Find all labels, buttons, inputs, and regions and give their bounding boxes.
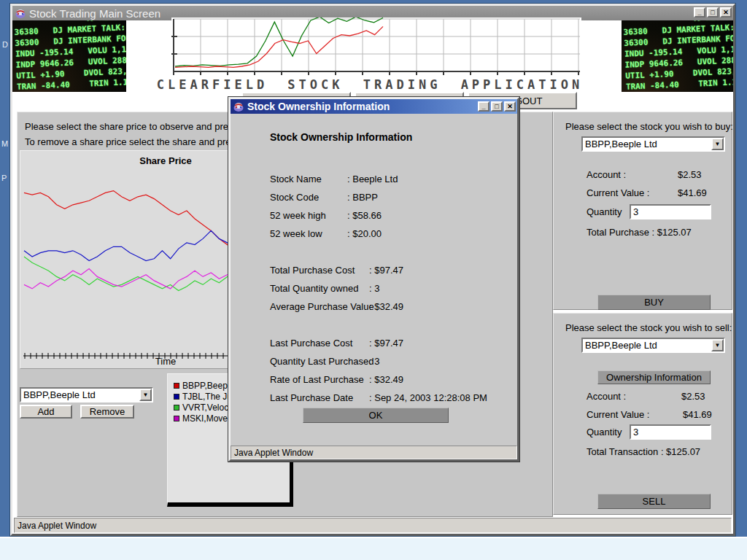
info-row: Total Quantity owned : 3 xyxy=(270,279,403,298)
buy-panel: Please select the stock you wish to buy:… xyxy=(553,112,732,310)
stock-info-group: Stock Name : Beeple Ltd Stock Code : BBP… xyxy=(270,170,398,243)
buy-quantity-input[interactable] xyxy=(630,204,711,219)
sell-panel: Please select the stock you wish to sell… xyxy=(553,313,732,515)
main-window-title: Stock Trading Main Screen xyxy=(29,7,160,20)
info-value: : Beeple Ltd xyxy=(347,174,398,184)
info-value: : 3 xyxy=(369,356,379,367)
info-value: : 3 xyxy=(369,283,379,294)
ok-button[interactable]: OK xyxy=(303,408,449,423)
info-value: : $97.47 xyxy=(369,265,403,276)
current-value: $41.69 xyxy=(678,187,707,198)
info-row: Rate of Last Purchase : $32.49 xyxy=(270,370,487,389)
minimize-button[interactable]: _ xyxy=(478,101,489,112)
stock-ticker-photo-left: 4O KEISS 36380 DJ MARKET TALK:36300 DJ I… xyxy=(12,20,126,92)
info-row: Stock Code : BBPP xyxy=(270,188,398,206)
info-label: Quantity Last Purchased xyxy=(270,356,369,367)
info-label: Average Purchase Value xyxy=(270,301,369,312)
close-button[interactable]: ✕ xyxy=(504,101,516,112)
info-row: Quantity Last Purchased : 3 xyxy=(270,352,487,370)
info-value: : $20.00 xyxy=(347,228,382,239)
desktop-text-fragment: D xyxy=(2,40,8,49)
current-value-label: Current Value : xyxy=(587,409,667,420)
info-label: Last Purchase Date xyxy=(270,392,369,403)
legend-label: MSKI,Movers xyxy=(182,413,235,424)
info-value: : $32.49 xyxy=(369,374,403,385)
sell-button[interactable]: SELL xyxy=(597,494,711,509)
info-row: Average Purchase Value : $32.49 xyxy=(270,298,403,316)
info-row: Last Purchase Date : Sep 24, 2003 12:28:… xyxy=(270,389,487,407)
info-row: Stock Name : Beeple Ltd xyxy=(270,170,398,188)
remove-button[interactable]: Remove xyxy=(80,405,134,419)
account-value: $2.53 xyxy=(681,391,705,402)
info-value: : BBPP xyxy=(347,192,378,203)
desktop: D M P Stock Trading Main Screen _ □ ✕ 4O… xyxy=(0,0,747,560)
banner-chart xyxy=(171,18,581,76)
buy-stock-combobox[interactable]: BBPP,Beeple Ltd ▼ xyxy=(581,136,725,152)
info-value: : Sep 24, 2003 12:28:08 PM xyxy=(369,392,487,403)
legend-color-swatch xyxy=(174,405,179,411)
maximize-button[interactable]: □ xyxy=(707,7,719,18)
legend-label: VVRT,Velocit xyxy=(182,402,233,413)
legend-color-swatch xyxy=(174,394,179,400)
ticker-lines: 36380 DJ MARKET TALK:36300 DJ INTERBANK … xyxy=(14,22,126,92)
info-label: Total Quantity owned xyxy=(270,283,369,294)
legend-label: TJBL,The Jul xyxy=(182,392,234,402)
info-row: 52 week low : $20.00 xyxy=(270,225,398,243)
combobox-value: BBPP,Beeple Ltd xyxy=(583,340,711,351)
totals-group: Total Purchase Cost : $97.47 Total Quant… xyxy=(270,261,403,316)
share-select-combobox[interactable]: BBPP,Beeple Ltd ▼ xyxy=(20,387,153,402)
chevron-down-icon[interactable]: ▼ xyxy=(139,389,152,401)
dialog-titlebar[interactable]: Stock Ownership Information _ □ ✕ xyxy=(231,99,517,114)
combobox-value: BBPP,Beeple Ltd xyxy=(583,139,711,149)
info-label: Last Purchase Cost xyxy=(270,338,369,349)
info-label: 52 week low xyxy=(270,228,347,239)
close-button[interactable]: ✕ xyxy=(720,7,732,18)
sell-stock-combobox[interactable]: BBPP,Beeple Ltd ▼ xyxy=(581,338,725,353)
info-label: Stock Code xyxy=(270,192,347,203)
stock-ticker-photo-right: 4O KEISS 36380 DJ MARKET TALK:36300 DJ I… xyxy=(622,20,733,92)
dialog-heading: Stock Ownership Information xyxy=(270,131,412,143)
info-label: Total Purchase Cost xyxy=(270,265,369,276)
current-value-label: Current Value : xyxy=(587,187,667,198)
dialog-content: Stock Ownership Information Stock Name :… xyxy=(231,114,517,446)
info-label: Rate of Last Purchase xyxy=(270,374,369,385)
desktop-text-fragment: M xyxy=(1,139,8,148)
stock-ownership-dialog: Stock Ownership Information _ □ ✕ Stock … xyxy=(228,97,519,462)
info-row: Total Purchase Cost : $97.47 xyxy=(270,261,403,279)
chevron-down-icon[interactable]: ▼ xyxy=(711,138,724,150)
legend-color-swatch xyxy=(174,416,179,421)
add-button[interactable]: Add xyxy=(20,405,72,419)
legend-color-swatch xyxy=(174,383,179,389)
ownership-information-button[interactable]: Ownership Information xyxy=(597,370,711,384)
chevron-down-icon[interactable]: ▼ xyxy=(711,339,724,351)
total-purchase: Total Purchase : $125.07 xyxy=(587,227,692,238)
instruction-add: Please select the share price to observe… xyxy=(25,121,257,132)
dialog-title: Stock Ownership Information xyxy=(247,101,390,112)
java-applet-icon xyxy=(233,101,244,112)
buy-button[interactable]: BUY xyxy=(597,295,711,310)
combobox-value: BBPP,Beeple Ltd xyxy=(21,389,139,400)
java-applet-icon xyxy=(15,8,26,19)
dialog-status-bar: Java Applet Window xyxy=(231,446,517,459)
application-banner-title: CLEARFIELD STOCK TRADING APPLICATION xyxy=(144,77,596,92)
account-value: $2.53 xyxy=(678,169,702,180)
desktop-bottom-area xyxy=(0,537,747,560)
account-label: Account : xyxy=(587,169,645,180)
info-label: Stock Name xyxy=(270,174,347,184)
desktop-text-fragment: P xyxy=(1,174,7,182)
info-value: : $97.47 xyxy=(369,338,403,349)
current-value: $41.69 xyxy=(683,409,712,420)
info-row: 52 week high : $58.66 xyxy=(270,206,398,225)
account-label: Account : xyxy=(587,391,645,402)
ticker-lines: 36380 DJ MARKET TALK:36300 DJ INTERBANK … xyxy=(623,22,733,92)
info-value: : $32.49 xyxy=(369,301,403,312)
total-transaction: Total Transaction : $125.07 xyxy=(587,446,700,457)
quantity-label: Quantity xyxy=(587,424,622,440)
maximize-button[interactable]: □ xyxy=(491,101,503,112)
sell-instruction: Please select the stock you wish to sell… xyxy=(565,322,732,333)
last-purchase-group: Last Purchase Cost : $97.47 Quantity Las… xyxy=(270,334,487,407)
info-row: Last Purchase Cost : $97.47 xyxy=(270,334,487,352)
sell-quantity-input[interactable] xyxy=(630,424,711,440)
info-label: 52 week high xyxy=(270,210,347,221)
minimize-button[interactable]: _ xyxy=(694,7,705,18)
